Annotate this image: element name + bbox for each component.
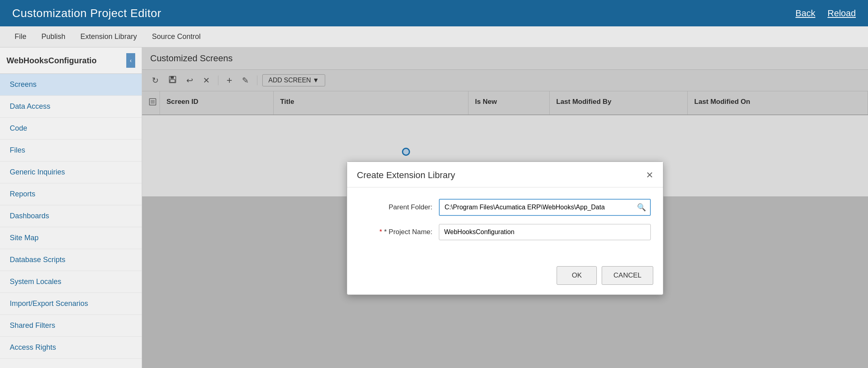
sidebar-item-shared-filters[interactable]: Shared Filters: [0, 315, 142, 337]
sidebar-item-generic-inquiries[interactable]: Generic Inquiries: [0, 161, 142, 183]
sidebar-item-screens[interactable]: Screens: [0, 74, 142, 96]
parent-folder-search-icon[interactable]: 🔍: [633, 200, 650, 215]
dialog-body: Parent Folder: 🔍 * * Project Name:: [347, 187, 663, 260]
menu-source-control[interactable]: Source Control: [145, 29, 207, 44]
reload-link[interactable]: Reload: [827, 8, 856, 19]
menubar: File Publish Extension Library Source Co…: [0, 26, 868, 47]
sidebar-item-database-scripts[interactable]: Database Scripts: [0, 249, 142, 271]
sidebar-toggle-button[interactable]: ‹: [126, 53, 135, 68]
sidebar-item-access-rights[interactable]: Access Rights: [0, 337, 142, 359]
sidebar-item-system-locales[interactable]: System Locales: [0, 271, 142, 293]
parent-folder-field[interactable]: 🔍: [439, 199, 651, 216]
sidebar-item-data-access[interactable]: Data Access: [0, 96, 142, 118]
menu-file[interactable]: File: [8, 29, 33, 44]
sidebar-item-code[interactable]: Code: [0, 118, 142, 140]
content-area: Customized Screens ↻ ↩ ✕ + ✎ ADD SCREEN …: [142, 47, 868, 368]
sidebar-item-files[interactable]: Files: [0, 140, 142, 161]
project-name-label: * * Project Name:: [359, 228, 432, 236]
project-name-input[interactable]: [439, 224, 651, 240]
app-title: Customization Project Editor: [12, 7, 161, 20]
parent-folder-row: Parent Folder: 🔍: [359, 199, 651, 216]
sidebar-project-name: WebHooksConfiguratio: [6, 56, 97, 65]
header-links: Back Reload: [795, 8, 856, 19]
menu-publish[interactable]: Publish: [35, 29, 72, 44]
sidebar-header: WebHooksConfiguratio ‹: [0, 47, 142, 74]
app-header: Customization Project Editor Back Reload: [0, 0, 868, 26]
sidebar: WebHooksConfiguratio ‹ Screens Data Acce…: [0, 47, 142, 368]
sidebar-item-import-export-scenarios[interactable]: Import/Export Scenarios: [0, 293, 142, 315]
project-name-row: * * Project Name:: [359, 224, 651, 240]
parent-folder-label: Parent Folder:: [359, 203, 432, 211]
sidebar-item-site-map[interactable]: Site Map: [0, 227, 142, 249]
parent-folder-input[interactable]: [440, 200, 633, 215]
dialog-title: Create Extension Library: [357, 170, 455, 181]
dialog-overlay: Create Extension Library ✕ Parent Folder…: [142, 47, 868, 368]
cancel-button[interactable]: CANCEL: [602, 266, 653, 285]
create-extension-library-dialog: Create Extension Library ✕ Parent Folder…: [347, 161, 663, 295]
sidebar-item-dashboards[interactable]: Dashboards: [0, 205, 142, 227]
dialog-close-button[interactable]: ✕: [646, 171, 653, 180]
back-link[interactable]: Back: [795, 8, 815, 19]
menu-extension-library[interactable]: Extension Library: [74, 29, 143, 44]
dialog-footer: OK CANCEL: [347, 260, 663, 295]
main-layout: WebHooksConfiguratio ‹ Screens Data Acce…: [0, 47, 868, 368]
sidebar-item-reports[interactable]: Reports: [0, 183, 142, 205]
ok-button[interactable]: OK: [557, 266, 597, 285]
dialog-titlebar: Create Extension Library ✕: [347, 162, 663, 187]
